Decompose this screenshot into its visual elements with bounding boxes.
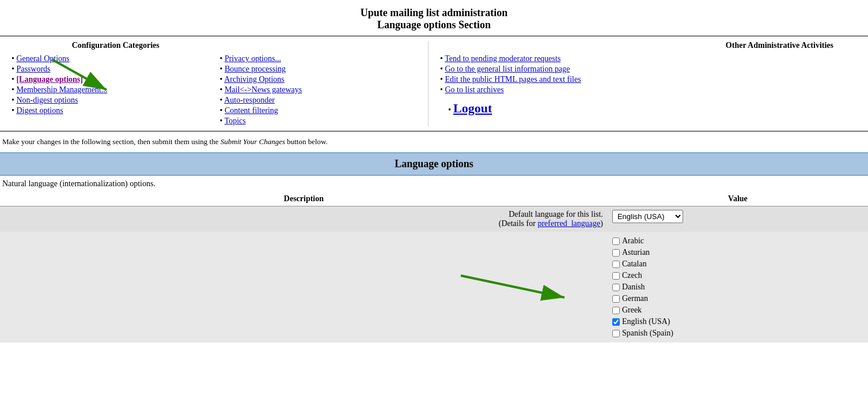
nav-item-language[interactable]: [Language options] <box>12 74 220 85</box>
instructions-text: Make your changes in the following secti… <box>0 131 868 152</box>
checkbox-asturian[interactable] <box>612 249 620 257</box>
nav-item-contentfilter[interactable]: Content filtering <box>220 106 429 116</box>
nav-item-topics[interactable]: Topics <box>220 116 429 126</box>
nav-item-mailnews[interactable]: Mail<->News gateways <box>220 85 429 95</box>
link-pending-moderator[interactable]: Tend to pending moderator requests <box>440 54 856 64</box>
lang-danish: Danish <box>612 281 863 293</box>
other-admin-heading: Other Administrative Activities <box>440 41 856 50</box>
config-middle-col: Privacy options... Bounce processing Arc… <box>220 41 429 126</box>
other-admin-col: Other Administrative Activities Tend to … <box>428 41 856 126</box>
table-row-available-langs: Arabic Asturian Catalan Czech Danish <box>0 232 868 342</box>
desc-default-lang: Default language for this list. (Details… <box>0 206 608 232</box>
nav-item-archiving[interactable]: Archiving Options <box>220 74 429 85</box>
middle-nav-list: Privacy options... Bounce processing Arc… <box>220 54 429 126</box>
config-heading: Configuration Categories <box>12 41 220 50</box>
col-header-value: Value <box>608 192 868 206</box>
default-language-select[interactable]: English (USA) Arabic Asturian Catalan Cz… <box>612 210 683 223</box>
natural-lang-desc: Natural language (internationalization) … <box>0 176 868 192</box>
left-nav-list: General Options Passwords [Language opti… <box>12 54 220 116</box>
val-default-lang: English (USA) Arabic Asturian Catalan Cz… <box>608 206 868 232</box>
checkbox-danish[interactable] <box>612 284 620 291</box>
link-general-list-info[interactable]: Go to the general list information page <box>440 64 856 74</box>
col-header-description: Description <box>0 192 608 206</box>
logout-section: • Logout <box>440 101 856 116</box>
checkbox-spanish-spain[interactable] <box>612 330 620 337</box>
nav-item-autoresponder[interactable]: Auto-responder <box>220 95 429 106</box>
lang-greek: Greek <box>612 304 863 316</box>
lang-arabic: Arabic <box>612 235 863 247</box>
config-categories-section: Configuration Categories General Options… <box>0 36 868 131</box>
nav-item-nondigest[interactable]: Non-digest options <box>12 95 220 106</box>
table-row-default-lang: Default language for this list. (Details… <box>0 206 868 232</box>
language-checkbox-list: Arabic Asturian Catalan Czech Danish <box>612 235 863 339</box>
language-options-header: Language options <box>0 152 868 176</box>
nav-item-digest[interactable]: Digest options <box>12 106 220 116</box>
lang-german: German <box>612 293 863 304</box>
lang-english-usa: English (USA) <box>612 316 863 327</box>
checkbox-german[interactable] <box>612 295 620 303</box>
config-left-col: Configuration Categories General Options… <box>12 41 220 126</box>
lang-catalan: Catalan <box>612 258 863 270</box>
logout-link[interactable]: Logout <box>453 101 492 115</box>
checkbox-catalan[interactable] <box>612 261 620 268</box>
lang-asturian: Asturian <box>612 247 863 258</box>
link-edit-html[interactable]: Edit the public HTML pages and text file… <box>440 74 856 85</box>
preferred-language-link[interactable]: preferred_language <box>537 219 600 228</box>
nav-item-bounce[interactable]: Bounce processing <box>220 64 429 74</box>
lang-czech: Czech <box>612 270 863 281</box>
lang-spanish-spain: Spanish (Spain) <box>612 327 863 339</box>
nav-item-passwords[interactable]: Passwords <box>12 64 220 74</box>
nav-item-membership[interactable]: Membership Management... <box>12 85 220 95</box>
nav-item-privacy[interactable]: Privacy options... <box>220 54 429 64</box>
link-list-archives[interactable]: Go to list archives <box>440 85 856 95</box>
checkbox-greek[interactable] <box>612 307 620 314</box>
nav-item-general[interactable]: General Options <box>12 54 220 64</box>
other-admin-list: Tend to pending moderator requests Go to… <box>440 54 856 95</box>
checkbox-english-usa[interactable] <box>612 318 620 326</box>
checkbox-arabic[interactable] <box>612 238 620 245</box>
desc-available-langs <box>0 232 608 342</box>
options-table: Description Value Default language for t… <box>0 192 868 342</box>
page-title: Upute mailing list administration Langua… <box>0 0 868 36</box>
val-available-langs: Arabic Asturian Catalan Czech Danish <box>608 232 868 342</box>
checkbox-czech[interactable] <box>612 272 620 280</box>
